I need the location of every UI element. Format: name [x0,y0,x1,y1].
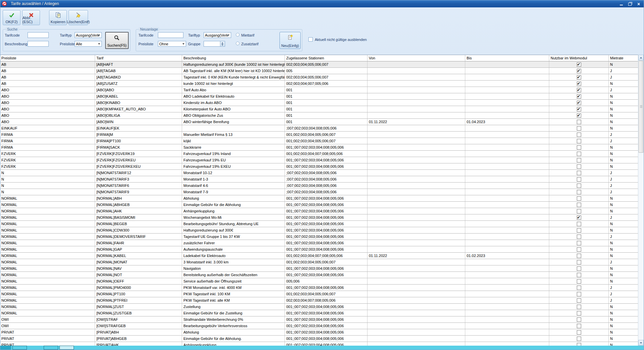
table-row[interactable]: ABO [ABO]KMPAKET_AUTO_ABO Kilometerpaket… [0,106,638,112]
table-row[interactable]: PRIVAT [PRIVAT]ABH Abholung 001;;007;002… [0,329,638,336]
table-row[interactable]: FZVERK [FZVERK]FZGVERKEXEU Fahrzeugverka… [0,163,638,170]
webmodul-checkbox[interactable] [577,126,581,131]
table-row[interactable]: PRIVAT [PRIVAT]AHK Anhängerkuppklung 001… [0,342,638,346]
table-row[interactable]: OWI [OWI]STRAFGEB Bearbeitungsgebühr Ver… [0,323,638,329]
webmodul-checkbox[interactable] [577,203,581,207]
webmodul-checkbox[interactable] [577,82,581,86]
hide-invalid-checkbox[interactable] [308,37,313,42]
table-row[interactable]: FIRMA [FIRMA]M Manueller Miettarif Firma… [0,132,638,138]
vertical-scrollbar[interactable] [638,55,644,346]
table-row[interactable]: NORMAL [NORMAL]KABEL Ladekabel für Elekt… [0,253,638,259]
table-row[interactable]: NORMAL [NORMAL]DEMOVERSTARIF Tagestarif … [0,234,638,240]
webmodul-checkbox[interactable] [577,62,581,67]
webmodul-checkbox[interactable] [577,324,581,328]
column-header-mietrate[interactable]: Mietrate [609,55,638,61]
webmodul-checkbox[interactable] [577,286,581,290]
table-row[interactable]: FZVERK [FZVERK]FZGVERK19 Fahrzeugverkauf… [0,151,638,157]
table-row[interactable]: AB [AB]TAGABKD Tagestarif inkl. 0 KM (KE… [0,74,638,81]
webmodul-checkbox[interactable] [577,113,581,118]
webmodul-checkbox[interactable] [577,279,581,284]
delete-button[interactable]: Löschen(Entf) [69,10,88,25]
table-row[interactable]: NORMAL [NORMAL]CDW300 Haftungsreduzierun… [0,227,638,234]
webmodul-checkbox[interactable] [577,184,581,188]
webmodul-checkbox[interactable] [577,164,581,169]
table-row[interactable]: NORMAL [NORMAL]ZUST Zustellung 001;;007;… [0,304,638,310]
cancel-button[interactable]: Abbr.(ESC) [22,10,40,25]
table-row[interactable]: ABO [ABO]OBLIGA ABO Obligatorische Zus 0… [0,112,638,119]
webmodul-checkbox[interactable] [577,266,581,271]
webmodul-checkbox[interactable] [577,152,581,156]
table-row[interactable]: AB [AB]HAFT Haftungsreduzierung auf 300€… [0,61,638,68]
miettarif-radio[interactable] [236,33,240,37]
gruppe-stepper[interactable] [204,41,225,47]
webmodul-checkbox[interactable] [577,260,581,264]
new-tarifcode-input[interactable] [158,32,183,38]
webmodul-checkbox[interactable] [577,298,581,303]
copy-button[interactable]: Kopieren [49,10,67,25]
scroll-down-button[interactable] [638,340,644,346]
webmodul-checkbox[interactable] [577,88,581,92]
column-header-beschreibung[interactable]: Beschreibung [182,55,285,61]
webmodul-checkbox[interactable] [577,241,581,245]
webmodul-checkbox[interactable] [577,196,581,201]
close-button[interactable]: × [635,1,642,7]
webmodul-checkbox[interactable] [577,107,581,111]
table-row[interactable]: NORMAL [NORMAL]NOT Bereitstellung außerh… [0,272,638,278]
table-row[interactable]: N [N]MONATSTARIF9 Monatstarif 7-9 ;007;0… [0,189,638,195]
column-header-tarif[interactable]: Tarif [95,55,182,61]
webmodul-checkbox[interactable] [577,222,581,226]
table-row[interactable]: NORMAL [NORMAL]AHK Anhängerkupplung 001;… [0,208,638,214]
table-row[interactable]: NORMAL [NORMAL]ABHGEB Einmalige Gebühr f… [0,202,638,208]
webmodul-checkbox[interactable] [577,139,581,143]
search-beschreibung-input[interactable] [28,41,49,47]
table-row[interactable]: NORMAL [NORMAL]OEFF Service außerhalb de… [0,278,638,285]
webmodul-checkbox[interactable] [577,94,581,99]
table-row[interactable]: ABO [ABO]ABO Tarif Auto Abo 001 J [0,87,638,93]
table-row[interactable]: PRIVAT [PRIVAT]ABHGEB Einmalige Gebühr f… [0,336,638,342]
table-row[interactable]: N [N]MONATSTARIF12 Monatstarif 10-12 ;00… [0,170,638,176]
table-row[interactable]: ABO [ABO]KABEL ABO Ladekabel für Elektro… [0,93,638,100]
table-row[interactable]: NORMAL [NORMAL]BASISMOMI Wochenangebot M… [0,214,638,221]
webmodul-checkbox[interactable] [577,235,581,239]
search-tariftyp-select[interactable]: Ausgang(Verk [75,32,102,38]
stepper-arrows-icon[interactable] [220,41,225,46]
webmodul-checkbox[interactable] [577,177,581,182]
webmodul-checkbox[interactable] [577,145,581,150]
vertical-scrollbar-thumb[interactable] [639,61,643,153]
table-row[interactable]: NORMAL [NORMAL]ZUSTGEB Einmalige Gebühr … [0,310,638,316]
new-button[interactable]: Neu(Einfg) [280,32,301,49]
webmodul-checkbox[interactable] [577,158,581,162]
column-header-webmodul[interactable]: Nutzbar im Webmodul [549,55,609,61]
zusatztarif-radio[interactable] [236,42,240,45]
table-row[interactable]: FZVERK [FZVERK]FZGVERKEU Fahrzeugverkauf… [0,157,638,163]
table-row[interactable]: AB [AB]ZUSATZ kunde 10002 ist hier hinte… [0,81,638,87]
table-row[interactable]: NORMAL [NORMAL]ABH Abholung 001;;007;002… [0,195,638,202]
webmodul-checkbox[interactable] [577,337,581,341]
column-header-stationen[interactable]: Zugelassene Stationen [285,55,368,61]
table-row[interactable]: NORMAL [NORMAL]PT100 PKW Tagestarif inkl… [0,291,638,297]
webmodul-checkbox[interactable] [577,292,581,296]
table-row[interactable]: NORMAL [NORMAL]BEGEB Bearbeitungsgebühr/… [0,221,638,227]
webmodul-checkbox[interactable] [577,171,581,175]
search-preisliste-select[interactable]: Alle [75,41,102,47]
table-row[interactable]: ABO [ABO]WIN ABO winterfähige Bereifung … [0,119,638,125]
table-row[interactable]: OWI [OWI]STRAF Strafmandate Weiterberech… [0,316,638,323]
webmodul-checkbox[interactable] [577,247,581,252]
table-row[interactable]: NORMAL [NORMAL]GAP Aufwendungspauschale … [0,246,638,253]
search-button[interactable]: Suchen(F5) [105,32,129,49]
webmodul-checkbox[interactable] [577,69,581,73]
table-row[interactable]: FIRMA [FIRMA]SACK Sackkrarre 001;;007;00… [0,144,638,151]
table-row[interactable]: NORMAL [NORMAL]PTFREI PKW Tagestarif ink… [0,297,638,304]
ok-button[interactable]: OK(F2) [3,10,20,25]
table-row[interactable]: N [N]MONATSTARIF6 Monatstarif 4-6 ;007;0… [0,183,638,189]
webmodul-checkbox[interactable] [577,305,581,309]
table-row[interactable]: NORMAL [NORMAL]NAV Navigation 001;;007;0… [0,265,638,272]
new-tariftyp-select[interactable]: Ausgang(Verk [204,32,231,38]
webmodul-checkbox[interactable] [577,215,581,220]
table-row[interactable]: NORMAL [NORMAL]FAHR zusätzlicher Fahrer … [0,240,638,246]
webmodul-checkbox[interactable] [577,343,581,346]
column-header-bis[interactable]: Bis [465,55,549,61]
table-row[interactable]: EINKAUF [EINKAUF]EK ;007;002;003;004;008… [0,125,638,132]
table-row[interactable]: NORMAL [NORMAL]MONAT 3 Monatstarif inkl.… [0,259,638,265]
scroll-up-button[interactable] [638,55,644,60]
